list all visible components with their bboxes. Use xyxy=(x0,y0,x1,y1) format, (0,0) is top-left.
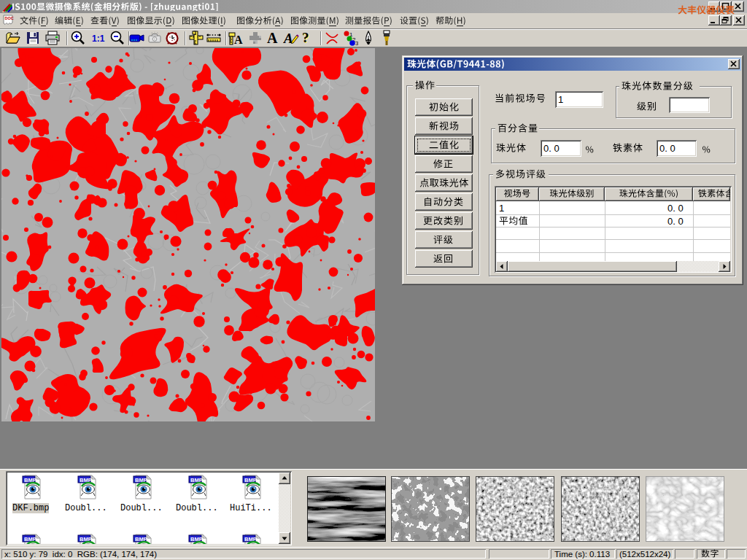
svg-text:3: 3 xyxy=(355,40,358,46)
svg-text:DOC: DOC xyxy=(5,16,14,20)
svg-text:A: A xyxy=(234,34,243,46)
svg-text:A: A xyxy=(267,30,278,46)
svg-text:?: ? xyxy=(302,30,309,45)
